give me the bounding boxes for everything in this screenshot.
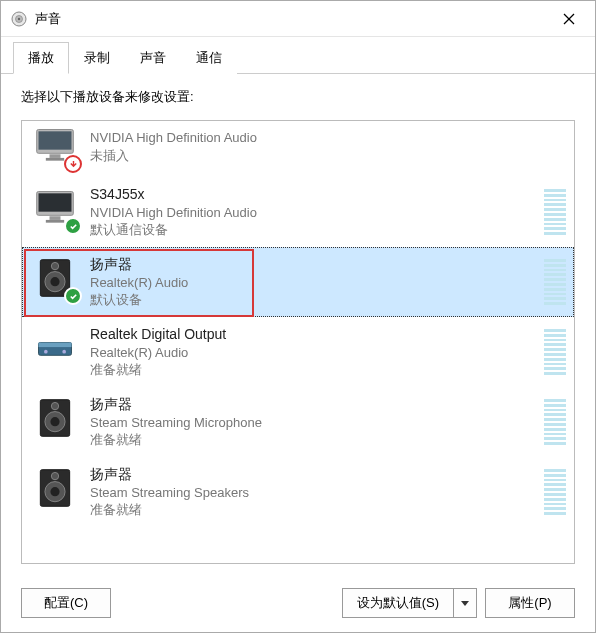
device-item[interactable]: S34J55x NVIDIA High Definition Audio 默认通… bbox=[22, 177, 574, 247]
svg-rect-7 bbox=[50, 154, 61, 158]
svg-point-23 bbox=[50, 417, 59, 426]
device-icon bbox=[30, 121, 80, 171]
level-meter bbox=[544, 397, 566, 447]
sound-dialog: 声音 播放 录制 声音 通信 选择以下播放设备来修改设置: bbox=[0, 0, 596, 633]
device-subtitle: Realtek(R) Audio bbox=[90, 274, 538, 292]
chevron-down-icon bbox=[461, 601, 469, 606]
device-icon bbox=[30, 323, 80, 373]
default-badge-icon bbox=[64, 217, 82, 235]
close-icon bbox=[563, 13, 575, 25]
set-default-split-button: 设为默认值(S) bbox=[342, 588, 477, 618]
svg-point-16 bbox=[51, 262, 58, 269]
level-meter bbox=[544, 257, 566, 307]
device-item[interactable]: 扬声器 Steam Streaming Microphone 准备就绪 bbox=[22, 387, 574, 457]
set-default-button[interactable]: 设为默认值(S) bbox=[342, 588, 453, 618]
device-status: 准备就绪 bbox=[90, 431, 538, 449]
device-list[interactable]: NVIDIA High Definition Audio 未插入 bbox=[21, 120, 575, 564]
device-name: S34J55x bbox=[90, 185, 538, 204]
device-status: 默认通信设备 bbox=[90, 221, 538, 239]
device-text: NVIDIA High Definition Audio 未插入 bbox=[90, 127, 566, 164]
device-item[interactable]: 扬声器 Steam Streaming Speakers 准备就绪 bbox=[22, 457, 574, 527]
close-button[interactable] bbox=[547, 3, 591, 35]
device-subtitle: Steam Streaming Microphone bbox=[90, 414, 538, 432]
speaker-icon bbox=[33, 466, 77, 510]
properties-button[interactable]: 属性(P) bbox=[485, 588, 575, 618]
device-text: S34J55x NVIDIA High Definition Audio 默认通… bbox=[90, 183, 538, 239]
svg-point-2 bbox=[18, 17, 20, 19]
tab-sounds[interactable]: 声音 bbox=[125, 42, 181, 74]
device-icon bbox=[30, 253, 80, 303]
app-icon bbox=[11, 11, 27, 27]
level-meter bbox=[544, 327, 566, 377]
svg-rect-6 bbox=[39, 131, 72, 149]
digital-out-icon bbox=[33, 326, 77, 370]
level-meter bbox=[544, 467, 566, 517]
device-subtitle: NVIDIA High Definition Audio bbox=[90, 129, 566, 147]
configure-button[interactable]: 配置(C) bbox=[21, 588, 111, 618]
device-status: 默认设备 bbox=[90, 291, 538, 309]
device-item[interactable]: Realtek Digital Output Realtek(R) Audio … bbox=[22, 317, 574, 387]
device-status: 未插入 bbox=[90, 147, 566, 165]
device-status: 准备就绪 bbox=[90, 501, 538, 519]
svg-rect-8 bbox=[46, 158, 64, 161]
device-icon bbox=[30, 183, 80, 233]
tab-bar: 播放 录制 声音 通信 bbox=[1, 37, 595, 74]
device-icon bbox=[30, 463, 80, 513]
svg-point-15 bbox=[50, 277, 59, 286]
device-name: Realtek Digital Output bbox=[90, 325, 538, 344]
device-subtitle: Realtek(R) Audio bbox=[90, 344, 538, 362]
svg-rect-12 bbox=[46, 220, 64, 223]
device-name: 扬声器 bbox=[90, 395, 538, 414]
svg-point-24 bbox=[51, 402, 58, 409]
device-status: 准备就绪 bbox=[90, 361, 538, 379]
tab-recording[interactable]: 录制 bbox=[69, 42, 125, 74]
window-title: 声音 bbox=[35, 10, 547, 28]
tab-communications[interactable]: 通信 bbox=[181, 42, 237, 74]
device-item[interactable]: 扬声器 Realtek(R) Audio 默认设备 bbox=[22, 247, 574, 317]
device-subtitle: Steam Streaming Speakers bbox=[90, 484, 538, 502]
device-text: 扬声器 Realtek(R) Audio 默认设备 bbox=[90, 253, 538, 309]
svg-rect-11 bbox=[50, 216, 61, 220]
device-name: 扬声器 bbox=[90, 255, 538, 274]
svg-rect-18 bbox=[39, 343, 72, 348]
device-text: Realtek Digital Output Realtek(R) Audio … bbox=[90, 323, 538, 379]
default-badge-icon bbox=[64, 287, 82, 305]
level-meter bbox=[544, 187, 566, 237]
device-text: 扬声器 Steam Streaming Microphone 准备就绪 bbox=[90, 393, 538, 449]
svg-point-28 bbox=[51, 472, 58, 479]
svg-point-27 bbox=[50, 487, 59, 496]
device-item[interactable]: NVIDIA High Definition Audio 未插入 bbox=[22, 121, 574, 177]
device-icon bbox=[30, 393, 80, 443]
titlebar: 声音 bbox=[1, 1, 595, 37]
svg-point-20 bbox=[62, 350, 66, 354]
set-default-dropdown[interactable] bbox=[453, 588, 477, 618]
speaker-icon bbox=[33, 396, 77, 440]
instruction-text: 选择以下播放设备来修改设置: bbox=[21, 88, 575, 106]
tab-content: 选择以下播放设备来修改设置: NVIDIA High Defini bbox=[1, 74, 595, 574]
svg-point-19 bbox=[44, 350, 48, 354]
svg-rect-10 bbox=[39, 193, 72, 211]
tab-playback[interactable]: 播放 bbox=[13, 42, 69, 74]
spacer bbox=[119, 588, 334, 618]
device-subtitle: NVIDIA High Definition Audio bbox=[90, 204, 538, 222]
button-row: 配置(C) 设为默认值(S) 属性(P) bbox=[1, 574, 595, 632]
unplugged-badge-icon bbox=[64, 155, 82, 173]
device-text: 扬声器 Steam Streaming Speakers 准备就绪 bbox=[90, 463, 538, 519]
device-name: 扬声器 bbox=[90, 465, 538, 484]
